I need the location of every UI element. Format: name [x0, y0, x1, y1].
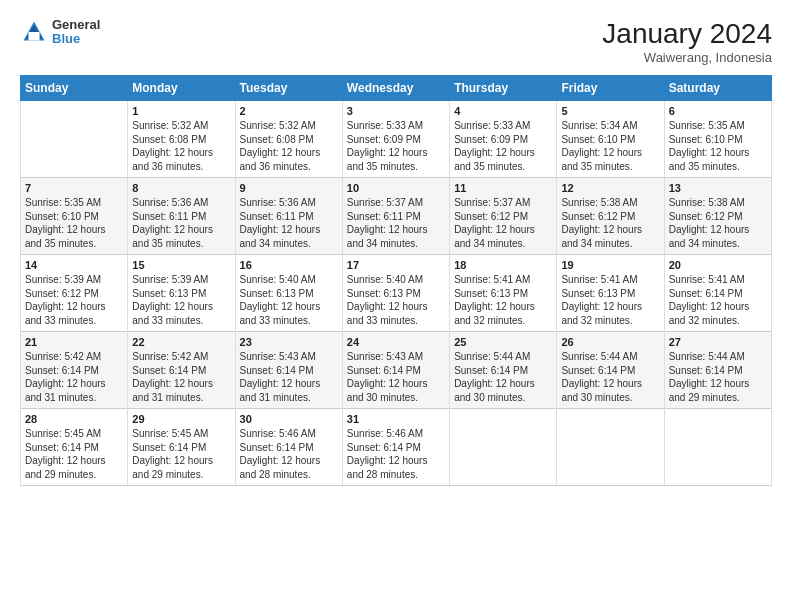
svg-rect-2: [28, 32, 39, 40]
cell-w2-d5: 19Sunrise: 5:41 AMSunset: 6:13 PMDayligh…: [557, 255, 664, 332]
day-number: 16: [240, 259, 338, 271]
cell-w4-d2: 30Sunrise: 5:46 AMSunset: 6:14 PMDayligh…: [235, 409, 342, 486]
day-number: 22: [132, 336, 230, 348]
day-info: Sunrise: 5:36 AMSunset: 6:11 PMDaylight:…: [240, 196, 338, 250]
week-row-3: 21Sunrise: 5:42 AMSunset: 6:14 PMDayligh…: [21, 332, 772, 409]
day-number: 2: [240, 105, 338, 117]
day-info: Sunrise: 5:36 AMSunset: 6:11 PMDaylight:…: [132, 196, 230, 250]
day-info: Sunrise: 5:41 AMSunset: 6:13 PMDaylight:…: [561, 273, 659, 327]
day-info: Sunrise: 5:45 AMSunset: 6:14 PMDaylight:…: [132, 427, 230, 481]
cell-w4-d0: 28Sunrise: 5:45 AMSunset: 6:14 PMDayligh…: [21, 409, 128, 486]
day-info: Sunrise: 5:37 AMSunset: 6:11 PMDaylight:…: [347, 196, 445, 250]
cell-w0-d3: 3Sunrise: 5:33 AMSunset: 6:09 PMDaylight…: [342, 101, 449, 178]
logo-icon: [20, 18, 48, 46]
day-info: Sunrise: 5:35 AMSunset: 6:10 PMDaylight:…: [25, 196, 123, 250]
day-number: 31: [347, 413, 445, 425]
day-info: Sunrise: 5:41 AMSunset: 6:14 PMDaylight:…: [669, 273, 767, 327]
cell-w0-d5: 5Sunrise: 5:34 AMSunset: 6:10 PMDaylight…: [557, 101, 664, 178]
week-row-2: 14Sunrise: 5:39 AMSunset: 6:12 PMDayligh…: [21, 255, 772, 332]
day-info: Sunrise: 5:33 AMSunset: 6:09 PMDaylight:…: [347, 119, 445, 173]
cell-w2-d2: 16Sunrise: 5:40 AMSunset: 6:13 PMDayligh…: [235, 255, 342, 332]
cell-w4-d6: [664, 409, 771, 486]
cell-w3-d5: 26Sunrise: 5:44 AMSunset: 6:14 PMDayligh…: [557, 332, 664, 409]
day-number: 15: [132, 259, 230, 271]
cell-w3-d0: 21Sunrise: 5:42 AMSunset: 6:14 PMDayligh…: [21, 332, 128, 409]
cell-w3-d3: 24Sunrise: 5:43 AMSunset: 6:14 PMDayligh…: [342, 332, 449, 409]
cell-w1-d3: 10Sunrise: 5:37 AMSunset: 6:11 PMDayligh…: [342, 178, 449, 255]
cell-w1-d2: 9Sunrise: 5:36 AMSunset: 6:11 PMDaylight…: [235, 178, 342, 255]
cell-w1-d1: 8Sunrise: 5:36 AMSunset: 6:11 PMDaylight…: [128, 178, 235, 255]
cell-w1-d6: 13Sunrise: 5:38 AMSunset: 6:12 PMDayligh…: [664, 178, 771, 255]
header-friday: Friday: [557, 76, 664, 101]
week-row-0: 1Sunrise: 5:32 AMSunset: 6:08 PMDaylight…: [21, 101, 772, 178]
cell-w1-d5: 12Sunrise: 5:38 AMSunset: 6:12 PMDayligh…: [557, 178, 664, 255]
cell-w4-d3: 31Sunrise: 5:46 AMSunset: 6:14 PMDayligh…: [342, 409, 449, 486]
cell-w0-d0: [21, 101, 128, 178]
cell-w0-d4: 4Sunrise: 5:33 AMSunset: 6:09 PMDaylight…: [450, 101, 557, 178]
day-number: 24: [347, 336, 445, 348]
day-info: Sunrise: 5:40 AMSunset: 6:13 PMDaylight:…: [347, 273, 445, 327]
week-row-4: 28Sunrise: 5:45 AMSunset: 6:14 PMDayligh…: [21, 409, 772, 486]
cell-w3-d2: 23Sunrise: 5:43 AMSunset: 6:14 PMDayligh…: [235, 332, 342, 409]
day-info: Sunrise: 5:39 AMSunset: 6:13 PMDaylight:…: [132, 273, 230, 327]
day-info: Sunrise: 5:44 AMSunset: 6:14 PMDaylight:…: [669, 350, 767, 404]
day-info: Sunrise: 5:34 AMSunset: 6:10 PMDaylight:…: [561, 119, 659, 173]
cell-w0-d6: 6Sunrise: 5:35 AMSunset: 6:10 PMDaylight…: [664, 101, 771, 178]
day-info: Sunrise: 5:39 AMSunset: 6:12 PMDaylight:…: [25, 273, 123, 327]
cell-w4-d5: [557, 409, 664, 486]
day-number: 1: [132, 105, 230, 117]
header-tuesday: Tuesday: [235, 76, 342, 101]
day-info: Sunrise: 5:38 AMSunset: 6:12 PMDaylight:…: [561, 196, 659, 250]
cell-w2-d3: 17Sunrise: 5:40 AMSunset: 6:13 PMDayligh…: [342, 255, 449, 332]
day-number: 5: [561, 105, 659, 117]
header-sunday: Sunday: [21, 76, 128, 101]
cell-w0-d1: 1Sunrise: 5:32 AMSunset: 6:08 PMDaylight…: [128, 101, 235, 178]
cell-w2-d0: 14Sunrise: 5:39 AMSunset: 6:12 PMDayligh…: [21, 255, 128, 332]
day-info: Sunrise: 5:38 AMSunset: 6:12 PMDaylight:…: [669, 196, 767, 250]
week-row-1: 7Sunrise: 5:35 AMSunset: 6:10 PMDaylight…: [21, 178, 772, 255]
day-number: 4: [454, 105, 552, 117]
day-number: 25: [454, 336, 552, 348]
day-number: 29: [132, 413, 230, 425]
day-info: Sunrise: 5:46 AMSunset: 6:14 PMDaylight:…: [347, 427, 445, 481]
page: General Blue January 2024 Waiwerang, Ind…: [0, 0, 792, 612]
cell-w3-d6: 27Sunrise: 5:44 AMSunset: 6:14 PMDayligh…: [664, 332, 771, 409]
cell-w3-d1: 22Sunrise: 5:42 AMSunset: 6:14 PMDayligh…: [128, 332, 235, 409]
cell-w2-d1: 15Sunrise: 5:39 AMSunset: 6:13 PMDayligh…: [128, 255, 235, 332]
day-number: 30: [240, 413, 338, 425]
day-info: Sunrise: 5:45 AMSunset: 6:14 PMDaylight:…: [25, 427, 123, 481]
header-monday: Monday: [128, 76, 235, 101]
day-info: Sunrise: 5:44 AMSunset: 6:14 PMDaylight:…: [561, 350, 659, 404]
logo: General Blue: [20, 18, 100, 47]
day-number: 12: [561, 182, 659, 194]
day-info: Sunrise: 5:46 AMSunset: 6:14 PMDaylight:…: [240, 427, 338, 481]
day-number: 6: [669, 105, 767, 117]
day-number: 19: [561, 259, 659, 271]
title-location: Waiwerang, Indonesia: [602, 50, 772, 65]
day-info: Sunrise: 5:35 AMSunset: 6:10 PMDaylight:…: [669, 119, 767, 173]
day-number: 14: [25, 259, 123, 271]
day-number: 10: [347, 182, 445, 194]
cell-w2-d6: 20Sunrise: 5:41 AMSunset: 6:14 PMDayligh…: [664, 255, 771, 332]
day-info: Sunrise: 5:43 AMSunset: 6:14 PMDaylight:…: [347, 350, 445, 404]
logo-text: General Blue: [52, 18, 100, 47]
day-number: 3: [347, 105, 445, 117]
cell-w3-d4: 25Sunrise: 5:44 AMSunset: 6:14 PMDayligh…: [450, 332, 557, 409]
day-number: 20: [669, 259, 767, 271]
day-info: Sunrise: 5:42 AMSunset: 6:14 PMDaylight:…: [132, 350, 230, 404]
day-info: Sunrise: 5:40 AMSunset: 6:13 PMDaylight:…: [240, 273, 338, 327]
day-info: Sunrise: 5:42 AMSunset: 6:14 PMDaylight:…: [25, 350, 123, 404]
day-number: 26: [561, 336, 659, 348]
day-info: Sunrise: 5:43 AMSunset: 6:14 PMDaylight:…: [240, 350, 338, 404]
day-info: Sunrise: 5:33 AMSunset: 6:09 PMDaylight:…: [454, 119, 552, 173]
header-wednesday: Wednesday: [342, 76, 449, 101]
day-info: Sunrise: 5:41 AMSunset: 6:13 PMDaylight:…: [454, 273, 552, 327]
logo-blue: Blue: [52, 32, 100, 46]
header: General Blue January 2024 Waiwerang, Ind…: [20, 18, 772, 65]
calendar-table: SundayMondayTuesdayWednesdayThursdayFrid…: [20, 75, 772, 486]
day-number: 28: [25, 413, 123, 425]
day-number: 13: [669, 182, 767, 194]
cell-w0-d2: 2Sunrise: 5:32 AMSunset: 6:08 PMDaylight…: [235, 101, 342, 178]
logo-general: General: [52, 18, 100, 32]
day-number: 8: [132, 182, 230, 194]
